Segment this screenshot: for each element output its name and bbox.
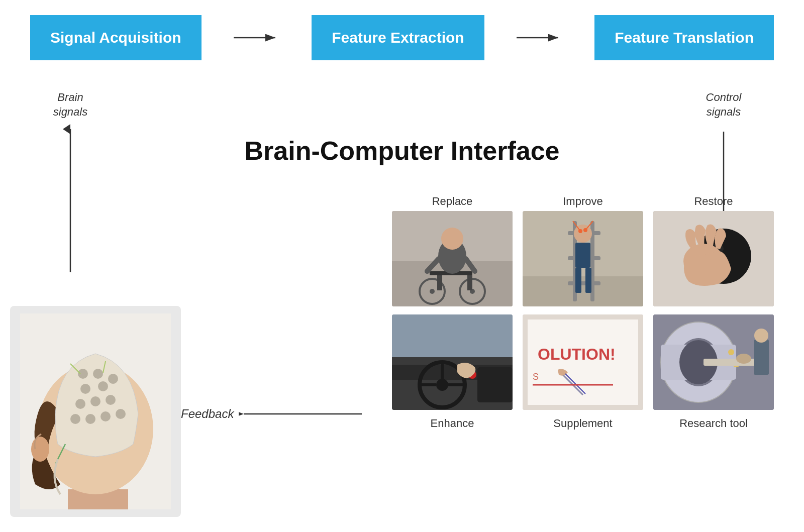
svg-point-16 xyxy=(106,395,116,405)
improve-image xyxy=(523,211,643,306)
research-tool-bottom-label: Research tool xyxy=(653,413,774,430)
feature-translation-box: Feature Translation xyxy=(594,15,774,60)
svg-point-91 xyxy=(736,354,751,364)
svg-point-12 xyxy=(80,384,90,394)
svg-rect-39 xyxy=(467,275,472,290)
control-signals-label: Control signals xyxy=(706,90,742,119)
enhance-bottom-label: Enhance xyxy=(392,413,513,430)
svg-point-51 xyxy=(574,225,592,243)
svg-point-23 xyxy=(108,374,118,384)
replace-image xyxy=(392,211,513,306)
replace-label: Replace xyxy=(392,191,513,211)
svg-rect-66 xyxy=(392,314,513,357)
svg-point-21 xyxy=(93,369,103,379)
svg-point-14 xyxy=(90,396,100,406)
feedback-section: Feedback xyxy=(181,406,364,421)
svg-rect-53 xyxy=(575,268,581,293)
feedback-arrow-svg xyxy=(239,406,364,421)
supplement-bottom-label: Supplement xyxy=(523,413,643,430)
top-pipeline: Signal Acquisition Feature Extraction Fe… xyxy=(0,0,804,60)
svg-point-35 xyxy=(430,289,435,294)
arrow-fe-to-ft xyxy=(509,30,569,45)
svg-point-93 xyxy=(754,329,768,343)
signal-acquisition-label: Signal Acquisition xyxy=(50,29,181,46)
svg-rect-54 xyxy=(585,268,591,293)
eeg-cap-figure xyxy=(10,306,181,517)
restore-image xyxy=(653,211,774,306)
svg-rect-74 xyxy=(477,367,513,402)
svg-rect-45 xyxy=(523,276,643,306)
feature-extraction-label: Feature Extraction xyxy=(332,29,464,46)
svg-point-19 xyxy=(70,414,80,424)
arrow-sa-to-fe xyxy=(226,30,286,45)
eeg-cap-svg xyxy=(20,313,171,509)
page-title: Brain-Computer Interface xyxy=(0,136,804,166)
svg-rect-52 xyxy=(575,243,590,268)
svg-point-18 xyxy=(100,411,111,421)
svg-point-27 xyxy=(31,437,49,462)
svg-point-69 xyxy=(436,379,448,391)
svg-point-20 xyxy=(116,409,126,419)
improve-label: Improve xyxy=(523,191,643,211)
svg-rect-50 xyxy=(568,281,600,285)
svg-point-13 xyxy=(98,381,108,391)
svg-point-15 xyxy=(75,399,85,409)
svg-point-88 xyxy=(728,349,734,355)
svg-text:OLUTION!: OLUTION! xyxy=(538,345,616,363)
svg-text:S: S xyxy=(533,372,539,382)
signal-acquisition-box: Signal Acquisition xyxy=(30,15,202,60)
feedback-label: Feedback xyxy=(181,407,234,421)
svg-point-17 xyxy=(85,414,95,424)
supplement-image: OLUTION! S xyxy=(523,314,643,410)
svg-rect-38 xyxy=(437,275,442,290)
svg-rect-92 xyxy=(754,340,769,375)
svg-point-41 xyxy=(441,228,463,250)
application-grid: Replace Improve Restore xyxy=(392,191,774,430)
brain-signals-label: Brain signals xyxy=(53,90,87,119)
brain-signals-section: Brain signals xyxy=(30,90,111,280)
feature-translation-label: Feature Translation xyxy=(615,29,754,46)
feature-extraction-box: Feature Extraction xyxy=(312,15,484,60)
svg-point-22 xyxy=(78,369,88,379)
research-tool-image xyxy=(653,314,774,410)
enhance-image xyxy=(392,314,513,410)
restore-label: Restore xyxy=(653,191,774,211)
